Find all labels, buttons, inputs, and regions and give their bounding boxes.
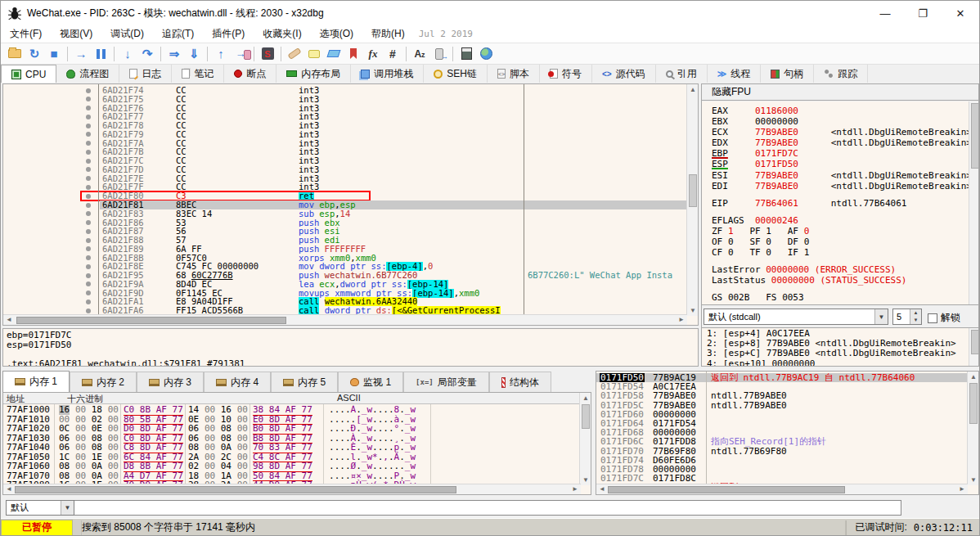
dump-tab-memdump[interactable]: 内存 5 — [271, 372, 338, 392]
register-row[interactable]: EBP 0171FD7C — [712, 148, 972, 159]
tab-breakpoints[interactable]: 断点 — [224, 65, 276, 83]
open-file-icon[interactable] — [5, 45, 25, 63]
memory-dump-panel[interactable]: 地址 十六进制 ASCII 77AF100016 00 18 00C0 8B A… — [2, 392, 591, 495]
menu-item[interactable]: 帮助(H) — [362, 25, 414, 43]
disassembly-panel[interactable]: 6AD21F74CCint36AD21F75CCint36AD21F76CCin… — [2, 83, 699, 326]
dump-tab-memdump[interactable]: 内存 1 — [2, 371, 70, 392]
maximize-button[interactable]: ❐ — [904, 1, 942, 25]
run-icon[interactable]: → — [71, 45, 91, 63]
spin-up-icon[interactable]: ▲ — [910, 309, 921, 317]
labels-icon[interactable] — [324, 45, 344, 63]
dump-tab-memdump[interactable]: 内存 4 — [204, 372, 271, 392]
dump-row[interactable]: 77AF104006 00 08 00C8 8D AF 7708 00 0A 0… — [3, 443, 573, 453]
stack-arguments-list[interactable]: 1: [esp+4] A0C17EEA2: [esp+8] 77B9ABE0 <… — [707, 329, 956, 367]
stack-panel[interactable]: 0171FD5077B9AC19返回到 ntdll.77B9AC19 自 ntd… — [596, 371, 979, 495]
dump-tab-memdump[interactable]: 内存 2 — [70, 372, 137, 392]
breakpoint-dot[interactable] — [86, 273, 91, 278]
donate-globe-icon[interactable] — [476, 45, 496, 63]
flags-row[interactable]: CF 0 TF 0 IF 1 — [712, 247, 972, 258]
stack-row[interactable]: 0171FD6C0171FDD8指向SEH_Record[1]的指针 — [596, 437, 968, 446]
register-row[interactable]: ECX 77B9ABE0 <ntdll.DbgUiRemoteBreakin> — [712, 127, 972, 137]
register-row[interactable]: ESP 0171FD50 — [712, 159, 972, 169]
breakpoint-dot[interactable] — [86, 124, 91, 128]
crc-hash-icon[interactable]: # — [383, 45, 402, 63]
breakpoint-dot[interactable] — [86, 88, 91, 93]
bookmarks-icon[interactable] — [344, 45, 363, 63]
patches-icon[interactable] — [285, 45, 304, 63]
breakpoint-dot[interactable] — [86, 97, 91, 101]
dump-row[interactable]: 77AF10200C 00 0E 00D0 8D AF 7706 00 08 0… — [3, 424, 573, 434]
stack-row[interactable]: 0171FD7C0171FD8C — [596, 474, 968, 483]
register-row[interactable]: LastError 00000000 (ERROR_SUCCESS) — [712, 264, 972, 275]
dump-tab-watch[interactable]: 监视 1 — [338, 372, 403, 392]
arguments-scrollbar[interactable] — [969, 328, 979, 367]
comments-icon[interactable] — [304, 45, 324, 63]
breakpoint-dot[interactable] — [86, 203, 91, 208]
execute-till-return-icon[interactable]: ⇒ — [164, 45, 184, 63]
tab-callstack[interactable]: 调用堆栈 — [351, 65, 424, 83]
dump-tab-locals[interactable]: [x=]局部变量 — [403, 372, 489, 392]
spin-down-icon[interactable]: ▼ — [910, 317, 921, 324]
dump-row[interactable]: 77AF100016 00 18 00C0 8B AF 7714 00 16 0… — [3, 405, 573, 415]
tab-memmap[interactable]: 内存布局 — [276, 65, 351, 83]
command-profile-select[interactable]: 默认 ▼ — [6, 500, 74, 516]
font-settings-icon[interactable]: Az — [410, 45, 429, 63]
calculator-icon[interactable] — [456, 45, 476, 63]
stack-row[interactable]: 0171FD5877B9ABE0ntdll.77B9ABE0 — [596, 391, 968, 400]
tab-script[interactable]: <>脚本 — [488, 65, 540, 83]
disasm-row[interactable]: 6AD21F8383EC 14sub esp,14 — [3, 209, 686, 218]
breakpoint-dot[interactable] — [86, 141, 91, 146]
tab-log[interactable]: 日志 — [119, 65, 172, 83]
dump-tab-memdump[interactable]: 内存 3 — [137, 372, 204, 392]
tab-seh[interactable]: SEH链 — [424, 65, 488, 83]
register-row[interactable]: EDI 77B9ABE0 <ntdll.DbgUiRemoteBreakin> — [712, 181, 972, 191]
register-row[interactable]: EIP 77B64061 ntdll.77B64061 — [712, 198, 972, 209]
breakpoint-dot[interactable] — [86, 115, 91, 119]
tab-symbols[interactable]: 符号 — [540, 65, 592, 83]
registers-list[interactable]: EAX 01186000EBX 00000000ECX 77B9ABE0 <nt… — [712, 106, 972, 304]
run-upper-icon[interactable]: ↑ — [211, 45, 231, 63]
close-button[interactable]: ✕ — [942, 1, 979, 25]
calling-convention-select[interactable]: 默认 (stdcall) ▼ — [704, 309, 888, 325]
pause-icon[interactable] — [91, 45, 110, 63]
stack-vertical-scrollbar[interactable]: ▲ ▼ — [967, 372, 978, 485]
argument-count-spinner[interactable]: 5 ▲▼ — [892, 309, 922, 325]
breakpoint-dot[interactable] — [86, 264, 91, 269]
tab-references[interactable]: 引用 — [656, 65, 708, 83]
menu-item[interactable]: 收藏夹(I) — [254, 25, 310, 43]
breakpoint-dot[interactable] — [86, 106, 91, 110]
breakpoint-dot[interactable] — [86, 150, 91, 155]
breakpoint-dot[interactable] — [86, 300, 91, 304]
restart-icon[interactable]: ↻ — [25, 45, 44, 63]
menu-item[interactable]: 视图(V) — [51, 25, 101, 43]
register-row[interactable]: EFLAGS 00000246 — [712, 215, 972, 226]
argument-row[interactable]: 3: [esp+C] 77B9ABE0 <ntdll.DbgUiRemoteBr… — [707, 349, 956, 358]
register-row[interactable]: ESI 77B9ABE0 <ntdll.DbgUiRemoteBreakin> — [712, 170, 972, 181]
register-row[interactable]: EDX 77B9ABE0 <ntdll.DbgUiRemoteBreakin> — [712, 137, 972, 148]
breakpoint-dot[interactable] — [86, 159, 91, 164]
dump-horizontal-scrollbar[interactable]: ◄ ► — [3, 484, 581, 494]
registers-scrollbar[interactable] — [969, 101, 979, 305]
unlock-checkbox[interactable]: 解锁 — [928, 311, 960, 325]
minimize-button[interactable]: — — [866, 1, 904, 25]
breakpoint-dot[interactable] — [86, 246, 91, 251]
flags-row[interactable]: GS 002B FS 0053 — [712, 292, 972, 303]
tab-handles[interactable]: 句柄 — [761, 65, 814, 83]
dump-tab-struct[interactable]: 结构体 — [489, 372, 551, 392]
tab-trace[interactable]: 跟踪 — [814, 65, 868, 83]
dump-vertical-scrollbar[interactable]: ▲ ▼ — [579, 393, 591, 485]
menu-item[interactable]: 追踪(T) — [153, 25, 203, 43]
argument-row[interactable]: 4: [esp+10] 00000000 — [707, 359, 956, 367]
dump-row[interactable]: 77AF106008 00 0A 00D8 8B AF 7702 00 04 0… — [3, 462, 573, 471]
title-bar[interactable]: WeChat.exe - PID: 263C - 模块: wechatwin.d… — [1, 1, 979, 25]
tab-threads[interactable]: ≫线程 — [708, 65, 762, 83]
menu-item[interactable]: 文件(F) — [1, 25, 51, 43]
disasm-comment-divider[interactable] — [524, 84, 524, 316]
flags-row[interactable]: ZF 1 PF 1 AF 0 — [712, 226, 972, 236]
tab-cpu[interactable]: CPU — [1, 65, 56, 83]
stop-icon[interactable]: ■ — [44, 45, 64, 63]
menu-item[interactable]: 插件(P) — [203, 25, 254, 43]
breakpoint-dot[interactable] — [86, 238, 91, 243]
disasm-horizontal-scrollbar[interactable]: ◄ ► — [3, 314, 687, 325]
step-over-icon[interactable]: ↷ — [137, 45, 157, 63]
